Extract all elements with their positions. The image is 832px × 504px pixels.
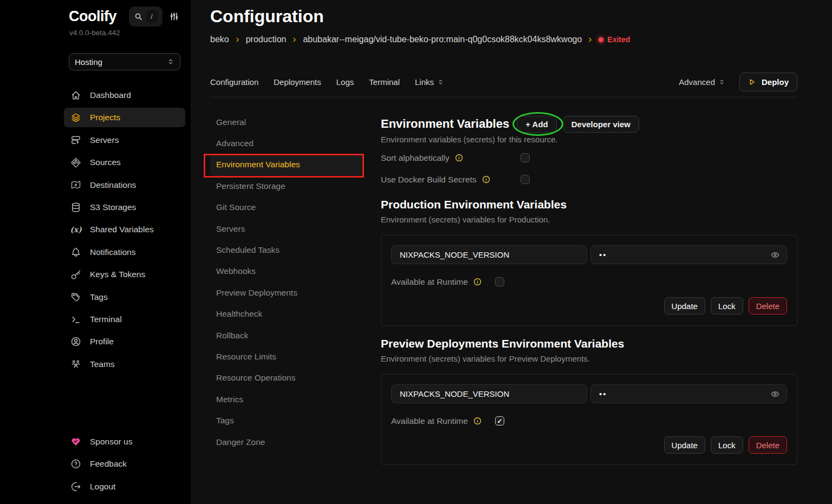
users-icon (70, 359, 81, 370)
sidebar-item-teams[interactable]: Teams (64, 355, 185, 374)
terminal-icon (70, 314, 81, 325)
sidebar-item-tags[interactable]: Tags (64, 287, 185, 307)
heart-icon (70, 436, 81, 447)
production-env-var-card: NIXPACKS_NODE_VERSION •• Available at Ru… (381, 235, 797, 326)
play-icon (748, 78, 756, 86)
home-icon (70, 90, 81, 101)
developer-view-button[interactable]: Developer view (563, 116, 639, 133)
sidebar-item-label: Destinations (90, 180, 136, 190)
sidebar-footer: Sponsor us Feedback Logout (64, 432, 185, 499)
git-icon (70, 157, 81, 168)
server-icon (70, 135, 81, 146)
app-logo: Coolify (69, 8, 116, 25)
sidebar-item-servers[interactable]: Servers (64, 130, 185, 150)
available-at-runtime-row: Available at Runtime (391, 416, 787, 426)
delete-button[interactable]: Delete (749, 297, 787, 315)
sidebar-item-s3-storages[interactable]: S3 Storages (64, 198, 185, 217)
subnav-general[interactable]: General (210, 112, 363, 133)
eye-icon[interactable] (770, 389, 780, 399)
tab-configuration[interactable]: Configuration (210, 77, 258, 87)
available-at-runtime-checkbox[interactable] (495, 416, 504, 426)
subnav-preview-deployments[interactable]: Preview Deployments (210, 282, 363, 303)
subnav-git-source[interactable]: Git Source (210, 197, 363, 218)
logout-icon (70, 481, 81, 492)
subnav-environment-variables[interactable]: Environment Variables (210, 154, 363, 175)
info-icon (482, 175, 490, 184)
advanced-label: Advanced (679, 77, 715, 87)
map-icon (70, 180, 81, 191)
sidebar-item-label: Shared Variables (90, 225, 154, 234)
subnav-danger-zone[interactable]: Danger Zone (210, 431, 363, 453)
subnav-scheduled-tasks[interactable]: Scheduled Tasks (210, 239, 363, 260)
sidebar-item-keys-tokens[interactable]: Keys & Tokens (64, 265, 185, 284)
breadcrumb-team[interactable]: beko (210, 35, 229, 44)
sidebar-item-feedback[interactable]: Feedback (64, 454, 185, 474)
sidebar: Coolify / v4.0.0-beta.442 Hosting Dashbo… (0, 0, 191, 504)
chevron-right-icon (291, 37, 297, 43)
info-icon (473, 417, 482, 425)
tab-deployments[interactable]: Deployments (274, 77, 321, 87)
deploy-button[interactable]: Deploy (739, 73, 797, 91)
env-var-value-input[interactable]: •• (590, 384, 787, 403)
env-var-value-masked: •• (599, 250, 607, 259)
tab-terminal[interactable]: Terminal (369, 77, 400, 87)
sidebar-item-shared-variables[interactable]: (x) Shared Variables (64, 220, 185, 239)
subnav-webhooks[interactable]: Webhooks (210, 261, 363, 282)
team-select[interactable]: Hosting (69, 53, 180, 70)
app-version: v4.0.0-beta.442 (69, 29, 191, 37)
breadcrumb-resource[interactable]: abubakar--meigag/vid-tube-beko-pro:main-… (303, 35, 582, 44)
sidebar-item-profile[interactable]: Profile (64, 332, 185, 351)
preview-env-var-card: NIXPACKS_NODE_VERSION •• Available at Ru… (381, 374, 797, 465)
chevron-right-icon (235, 37, 240, 43)
subnav-resource-limits[interactable]: Resource Limits (210, 346, 363, 367)
available-at-runtime-label: Available at Runtime (391, 416, 468, 426)
subnav-healthcheck[interactable]: Healthcheck (210, 304, 363, 325)
lock-button[interactable]: Lock (711, 297, 743, 315)
status-dot-icon (599, 37, 603, 42)
subnav-resource-operations[interactable]: Resource Operations (210, 368, 363, 389)
docker-build-secrets-checkbox[interactable] (521, 175, 530, 184)
sidebar-item-sponsor[interactable]: Sponsor us (64, 432, 185, 451)
resource-tabs: Configuration Deployments Logs Terminal … (210, 73, 797, 91)
subnav-advanced[interactable]: Advanced (210, 133, 363, 154)
sidebar-item-label: Teams (90, 359, 115, 369)
eye-icon[interactable] (770, 250, 780, 260)
advanced-menu[interactable]: Advanced (679, 77, 725, 87)
tab-links[interactable]: Links (415, 77, 444, 87)
subnav-rollback[interactable]: Rollback (210, 325, 363, 346)
filters-icon[interactable] (169, 11, 179, 22)
sidebar-item-label: Sources (90, 158, 121, 167)
search-button[interactable]: / (129, 6, 162, 27)
update-button[interactable]: Update (664, 436, 705, 454)
sidebar-item-terminal[interactable]: Terminal (64, 310, 185, 329)
delete-button[interactable]: Delete (749, 436, 787, 454)
sidebar-item-notifications[interactable]: Notifications (64, 243, 185, 262)
subnav-metrics[interactable]: Metrics (210, 389, 363, 410)
sidebar-item-label: Terminal (90, 315, 122, 324)
chevron-updown-icon (167, 58, 174, 66)
sort-alphabetically-checkbox[interactable] (521, 153, 530, 162)
chevron-updown-icon (437, 78, 444, 86)
sidebar-item-logout[interactable]: Logout (64, 477, 185, 496)
subnav-persistent-storage[interactable]: Persistent Storage (210, 175, 363, 197)
update-button[interactable]: Update (664, 297, 705, 315)
status-badge: Exited (599, 35, 630, 44)
user-circle-icon (70, 336, 81, 347)
subnav-servers[interactable]: Servers (210, 218, 363, 239)
status-text: Exited (607, 35, 630, 44)
sidebar-item-sources[interactable]: Sources (64, 153, 185, 172)
env-var-value-input[interactable]: •• (590, 245, 787, 264)
subnav-tags[interactable]: Tags (210, 410, 363, 431)
env-var-name-input[interactable]: NIXPACKS_NODE_VERSION (391, 384, 587, 403)
add-env-button[interactable]: + Add (517, 116, 557, 133)
lock-button[interactable]: Lock (711, 436, 743, 454)
available-at-runtime-checkbox[interactable] (495, 277, 504, 286)
tab-logs[interactable]: Logs (336, 77, 354, 87)
env-var-name-input[interactable]: NIXPACKS_NODE_VERSION (391, 245, 587, 264)
key-icon (70, 269, 81, 280)
breadcrumb-project[interactable]: production (246, 35, 287, 44)
sidebar-item-destinations[interactable]: Destinations (64, 175, 185, 195)
sidebar-item-projects[interactable]: Projects (64, 108, 185, 127)
docker-build-secrets-label: Use Docker Build Secrets (381, 175, 477, 185)
sidebar-item-dashboard[interactable]: Dashboard (64, 86, 185, 105)
